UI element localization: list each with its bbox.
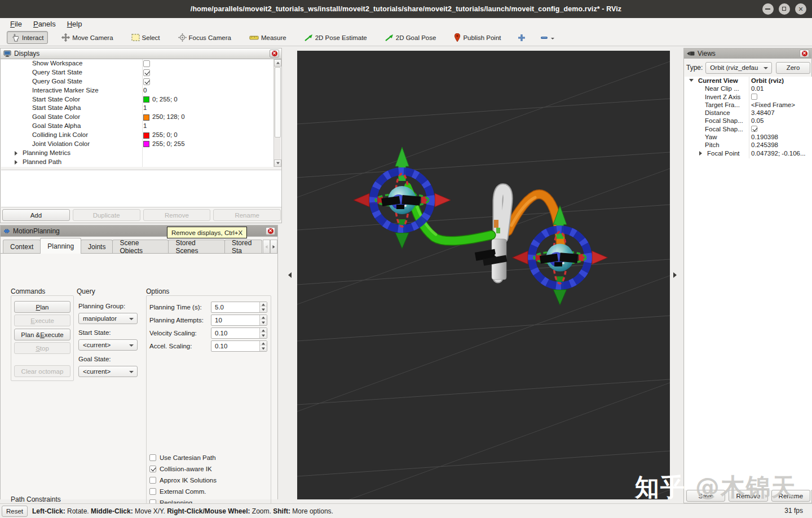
displays-panel-header[interactable]: Displays ✕ [1, 48, 281, 59]
clear-octomap-button[interactable]: Clear octomap [14, 365, 70, 377]
accel-scaling-input[interactable]: 0.10 [211, 340, 267, 352]
approx-ik-solutions-option[interactable]: Approx IK Solutions [149, 477, 217, 484]
tool-publish-point[interactable]: Publish Point [449, 31, 505, 44]
property-row[interactable]: Goal State Alpha1 [1, 122, 281, 131]
collapse-left-panel-arrow[interactable] [285, 271, 292, 280]
tab-scene-objects[interactable]: Scene Objects [112, 240, 169, 254]
tab-scroll-right-arrow[interactable] [270, 240, 277, 254]
property-value[interactable]: 0.05 [751, 117, 764, 125]
motion-planning-close-button[interactable]: ✕ [266, 227, 275, 235]
property-value[interactable]: 255; 0; 255 [152, 140, 185, 149]
property-row[interactable]: Interactive Marker Size0 [1, 86, 281, 95]
property-row[interactable]: Focal Shap... [685, 125, 812, 133]
property-row[interactable]: Near Clip ...0.01 [685, 85, 812, 92]
views-panel-header[interactable]: Views ✕ [684, 48, 811, 59]
tool-focus-camera[interactable]: Focus Camera [174, 31, 236, 44]
property-value[interactable]: 0.245398 [751, 141, 778, 149]
property-row[interactable]: Pitch0.245398 [685, 141, 812, 149]
menu-file[interactable]: File [5, 19, 28, 29]
property-value[interactable]: 1 [143, 122, 147, 131]
invert-z-axis-checkbox[interactable] [751, 94, 757, 100]
property-row[interactable]: Query Goal State [1, 77, 281, 86]
property-row[interactable]: Goal State Color250; 128; 0 [1, 113, 281, 122]
checkbox[interactable] [149, 488, 156, 495]
property-row[interactable]: Query Start State [1, 68, 281, 77]
property-row[interactable]: Colliding Link Color255; 0; 0 [1, 131, 281, 140]
property-value[interactable]: 0; 255; 0 [152, 95, 178, 104]
rename-button[interactable]: Rename [213, 209, 281, 221]
property-value[interactable]: 0 [143, 86, 147, 95]
views-close-button[interactable]: ✕ [800, 50, 809, 57]
color-swatch[interactable] [143, 141, 149, 147]
checkbox[interactable] [149, 454, 156, 461]
external-comm-option[interactable]: External Comm. [149, 488, 206, 495]
title-bar[interactable]: /home/parallels/moveit2_tutorials_ws/ins… [0, 0, 812, 18]
property-value[interactable]: 0.047392; -0.106... [751, 149, 806, 157]
tool-interact[interactable]: Interact [7, 31, 48, 44]
tab-scroll-left-arrow[interactable] [263, 240, 270, 254]
remove-tool-button[interactable] [537, 32, 557, 43]
add-button[interactable]: Add [2, 209, 70, 221]
expander-icon[interactable] [15, 160, 20, 165]
displays-close-button[interactable]: ✕ [270, 50, 279, 57]
zero-button[interactable]: Zero [776, 62, 810, 74]
property-row[interactable]: Focal Shap...0.05 [685, 117, 812, 125]
velocity-scaling-input[interactable]: 0.10 [211, 327, 267, 339]
menu-panels[interactable]: Panels [28, 19, 61, 29]
tab-stored-scenes[interactable]: Stored Scenes [168, 240, 225, 254]
collapse-right-panel-arrow[interactable] [673, 271, 679, 280]
displays-scrollbar[interactable] [273, 59, 281, 167]
property-group-row[interactable]: Planning Metrics [1, 149, 281, 158]
tool-measure[interactable]: Measure [245, 32, 291, 43]
property-value[interactable]: 0.190398 [751, 133, 778, 141]
property-value[interactable]: 0.01 [751, 85, 764, 92]
property-value[interactable]: 1 [143, 104, 147, 113]
planning-group-select[interactable]: manipulator [78, 313, 138, 324]
view-type-select[interactable]: Orbit (rviz_defau [705, 62, 772, 74]
spinner-buttons[interactable] [259, 341, 267, 351]
property-row[interactable]: Distance3.48407 [685, 109, 812, 117]
tool-2d-pose-estimate[interactable]: 2D Pose Estimate [300, 32, 372, 43]
tab-joints[interactable]: Joints [81, 240, 113, 254]
save-button[interactable]: Save [686, 490, 725, 502]
property-row[interactable]: Start State Alpha1 [1, 104, 281, 113]
plan-and-execute-button[interactable]: Plan & Execute [14, 329, 70, 340]
tool-move-camera[interactable]: Move Camera [57, 31, 117, 44]
focal-shape-checkbox[interactable] [751, 126, 757, 132]
plan-button[interactable]: Plan [14, 301, 70, 313]
property-value[interactable]: 250; 128; 0 [152, 113, 185, 122]
goal-state-select[interactable]: <current> [78, 366, 138, 377]
minimize-button[interactable] [762, 3, 774, 15]
property-row[interactable]: Invert Z Axis [685, 93, 812, 101]
property-group-row[interactable]: Planned Path [1, 158, 281, 167]
collision-aware-ik-option[interactable]: Collision-aware IK [149, 466, 212, 472]
property-row[interactable]: Start State Color0; 255; 0 [1, 95, 281, 104]
property-value[interactable]: 255; 0; 0 [152, 131, 178, 140]
property-row[interactable]: Focal Point0.047392; -0.106... [685, 149, 812, 157]
reset-button[interactable]: Reset [2, 506, 28, 517]
planning-time-input[interactable]: 5.0 [211, 302, 267, 313]
spinner-buttons[interactable] [259, 302, 267, 312]
3d-viewport[interactable] [297, 51, 670, 499]
scrollbar-thumb[interactable] [275, 67, 281, 138]
duplicate-button[interactable]: Duplicate [73, 209, 140, 221]
property-row[interactable]: Yaw0.190398 [685, 133, 812, 141]
query-goal-state-checkbox[interactable] [143, 78, 150, 85]
property-row[interactable]: Show Workspace [1, 59, 281, 68]
query-start-state-checkbox[interactable] [143, 69, 150, 76]
use-cartesian-path-option[interactable]: Use Cartesian Path [149, 454, 216, 461]
tab-context[interactable]: Context [3, 240, 41, 254]
spinner-buttons[interactable] [259, 315, 267, 325]
add-tool-button[interactable] [515, 32, 528, 44]
start-state-select[interactable]: <current> [78, 339, 138, 351]
color-swatch[interactable] [143, 114, 149, 121]
property-value[interactable]: 3.48407 [751, 109, 775, 117]
property-row[interactable]: Joint Violation Color255; 0; 255 [1, 140, 281, 149]
expander-icon[interactable] [699, 151, 704, 156]
show-workspace-checkbox[interactable] [143, 60, 150, 67]
close-button[interactable]: ✕ [795, 3, 806, 15]
scroll-up-arrow[interactable] [274, 59, 281, 67]
checkbox[interactable] [149, 477, 156, 484]
maximize-button[interactable] [779, 3, 790, 15]
stop-button[interactable]: Stop [14, 342, 70, 354]
